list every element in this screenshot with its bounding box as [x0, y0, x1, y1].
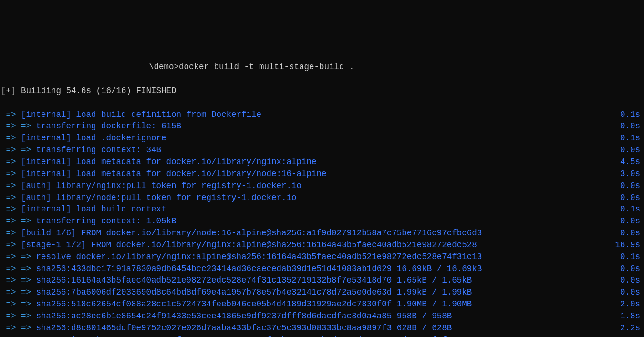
build-step-line: => [auth] library/node:pull token for re…	[1, 192, 643, 204]
build-step-line: => => extracting sha256:518c62654cf088a2…	[1, 334, 643, 337]
build-step-message: extracting sha256:518c62654cf088a28cc1c5…	[36, 335, 447, 337]
build-step-message: [auth] library/nginx:pull token for regi…	[21, 181, 301, 190]
build-step-line: => [internal] load metadata for docker.i…	[1, 156, 643, 168]
build-step-line: => [stage-1 1/2] FROM docker.io/library/…	[1, 239, 643, 251]
arrow-prefix: =>	[1, 240, 21, 250]
build-step-time: 0.1s	[620, 109, 643, 121]
build-step-message: [internal] load .dockerignore	[21, 133, 166, 143]
arrow-prefix: => =>	[1, 121, 36, 131]
build-step-line: => => transferring dockerfile: 615B0.0s	[1, 120, 643, 132]
build-step-time: 0.0s	[620, 192, 643, 204]
build-step-line: => => sha256:518c62654cf088a28cc1c572473…	[1, 298, 643, 310]
arrow-prefix: =>	[1, 181, 21, 190]
build-step-text: => => transferring dockerfile: 615B	[1, 120, 181, 132]
build-step-line: => => resolve docker.io/library/nginx:al…	[1, 251, 643, 263]
build-step-message: [stage-1 1/2] FROM docker.io/library/ngi…	[21, 240, 477, 250]
build-step-line: => [build 1/6] FROM docker.io/library/no…	[1, 227, 643, 239]
build-step-text: => [internal] load metadata for docker.i…	[1, 156, 317, 168]
arrow-prefix: =>	[1, 110, 21, 119]
arrow-prefix: =>	[1, 133, 21, 143]
arrow-prefix: => =>	[1, 275, 36, 285]
build-step-time: 3.0s	[620, 168, 643, 180]
build-step-text: => [internal] load build definition from…	[1, 109, 261, 121]
build-step-time: 0.1s	[620, 251, 643, 263]
build-status-text: [+] Building 54.6s (16/16) FINISHED	[1, 85, 177, 97]
build-step-line: => [internal] load build context0.1s	[1, 203, 643, 215]
build-step-message: [internal] load metadata for docker.io/l…	[21, 157, 317, 167]
build-step-time: 0.0s	[620, 263, 643, 275]
build-step-message: transferring dockerfile: 615B	[36, 121, 182, 131]
build-step-message: [auth] library/node:pull token for regis…	[21, 193, 297, 202]
build-step-time: 0.0s	[620, 215, 643, 227]
build-step-time: 0.1s	[620, 203, 643, 215]
build-step-message: sha256:518c62654cf088a28cc1c5724734feeb0…	[36, 299, 472, 309]
build-step-message: sha256:d8c801465ddf0e9752c027e026d7aaba4…	[36, 323, 452, 333]
arrow-prefix: => =>	[1, 264, 36, 274]
build-step-line: => => sha256:16164a43b5faec40adb521e9827…	[1, 274, 643, 286]
build-step-message: resolve docker.io/library/nginx:alpine@s…	[36, 252, 482, 262]
build-step-line: => [internal] load .dockerignore0.1s	[1, 132, 643, 144]
build-step-message: transferring context: 34B	[36, 145, 162, 155]
build-step-line: => => sha256:7ba6006df2033690d8c64bd8df6…	[1, 286, 643, 298]
build-step-text: => => sha256:16164a43b5faec40adb521e9827…	[1, 274, 472, 286]
build-step-time: 16.9s	[615, 239, 643, 251]
build-step-time: 2.2s	[620, 322, 643, 334]
build-step-text: => => sha256:518c62654cf088a28cc1c572473…	[1, 298, 472, 310]
terminal-output: \demo>docker build -t multi-stage-build …	[1, 49, 643, 337]
build-step-time: 1.8s	[620, 310, 643, 322]
build-step-text: => [internal] load metadata for docker.i…	[1, 168, 327, 180]
build-step-text: => => transferring context: 1.05kB	[1, 215, 177, 227]
build-step-message: sha256:ac28ec6b1e8654c24f91433e53cee4186…	[36, 311, 452, 321]
build-step-time: 0.0s	[620, 227, 643, 239]
build-step-time: 0.0s	[620, 274, 643, 286]
arrow-prefix: =>	[1, 204, 21, 214]
build-step-line: => => sha256:433dbc17191a7830a9db6454bcc…	[1, 263, 643, 275]
arrow-prefix: => =>	[1, 216, 36, 226]
build-step-text: => => extracting sha256:518c62654cf088a2…	[1, 334, 447, 337]
arrow-prefix: => =>	[1, 287, 36, 297]
arrow-prefix: =>	[1, 228, 21, 238]
arrow-prefix: =>	[1, 157, 21, 167]
build-status-line: [+] Building 54.6s (16/16) FINISHED	[1, 85, 643, 97]
build-step-time: 0.0s	[620, 286, 643, 298]
build-step-text: => => sha256:d8c801465ddf0e9752c027e026d…	[1, 322, 452, 334]
build-step-time: 0.0s	[620, 144, 643, 156]
build-step-text: => [internal] load build context	[1, 203, 166, 215]
arrow-prefix: => =>	[1, 252, 36, 262]
build-step-time: 0.0s	[620, 120, 643, 132]
build-step-message: sha256:7ba6006df2033690d8c64bd8df69e4a19…	[36, 287, 472, 297]
build-step-message: transferring context: 1.05kB	[36, 216, 177, 226]
build-step-time: 0.0s	[620, 180, 643, 192]
build-step-text: => => sha256:ac28ec6b1e8654c24f91433e53c…	[1, 310, 452, 322]
build-step-line: => [internal] load metadata for docker.i…	[1, 168, 643, 180]
build-step-text: => => transferring context: 34B	[1, 144, 161, 156]
build-step-text: => [internal] load .dockerignore	[1, 132, 166, 144]
build-step-line: => => sha256:ac28ec6b1e8654c24f91433e53c…	[1, 310, 643, 322]
arrow-prefix: => =>	[1, 299, 36, 309]
build-step-text: => => resolve docker.io/library/nginx:al…	[1, 251, 482, 263]
arrow-prefix: =>	[1, 193, 21, 202]
prompt-line: \demo>docker build -t multi-stage-build …	[1, 61, 643, 73]
build-step-line: => => transferring context: 1.05kB0.0s	[1, 215, 643, 227]
build-step-time: 2.0s	[620, 298, 643, 310]
build-step-line: => => sha256:d8c801465ddf0e9752c027e026d…	[1, 322, 643, 334]
build-step-message: [build 1/6] FROM docker.io/library/node:…	[21, 228, 482, 238]
arrow-prefix: => =>	[1, 335, 36, 337]
build-step-text: => => sha256:433dbc17191a7830a9db6454bcc…	[1, 263, 482, 275]
arrow-prefix: => =>	[1, 145, 36, 155]
arrow-prefix: => =>	[1, 311, 36, 321]
build-step-line: => [internal] load build definition from…	[1, 109, 643, 121]
build-step-message: [internal] load build context	[21, 204, 166, 214]
build-step-time: 1.1s	[620, 334, 643, 337]
arrow-prefix: =>	[1, 169, 21, 179]
build-step-time: 0.1s	[620, 132, 643, 144]
redacted-path	[1, 63, 149, 72]
prompt-command: \demo>docker build -t multi-stage-build …	[149, 62, 354, 72]
build-step-text: => [auth] library/nginx:pull token for r…	[1, 180, 301, 192]
build-step-text: => [stage-1 1/2] FROM docker.io/library/…	[1, 239, 477, 251]
build-step-message: sha256:433dbc17191a7830a9db6454bcc23414a…	[36, 264, 482, 274]
build-step-text: => [auth] library/node:pull token for re…	[1, 192, 297, 204]
build-step-time: 4.5s	[620, 156, 643, 168]
build-step-text: => [build 1/6] FROM docker.io/library/no…	[1, 227, 482, 239]
build-step-line: => [auth] library/nginx:pull token for r…	[1, 180, 643, 192]
